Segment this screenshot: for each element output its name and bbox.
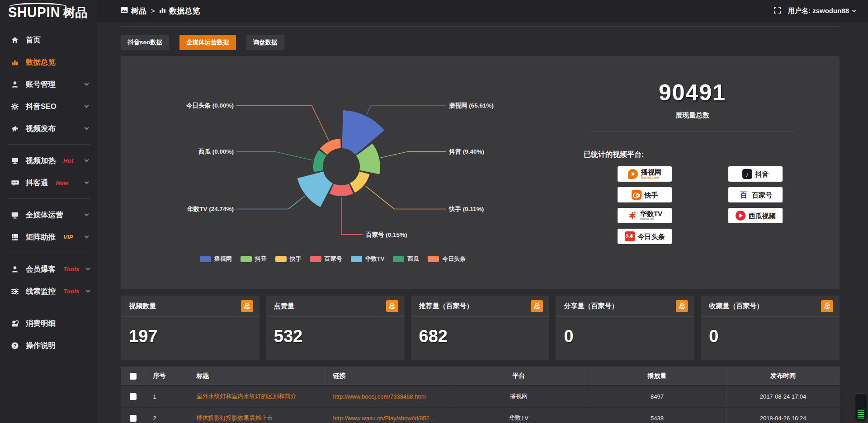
wasu-logo-icon	[627, 211, 637, 221]
sidebar-item-label: 矩阵助推	[26, 232, 56, 242]
tools-badge: Tools	[63, 288, 80, 295]
sidebar-item-doketong[interactable]: 抖客通 New	[0, 172, 97, 194]
tab-douyin-seo-data[interactable]: 抖音seo数据	[121, 35, 169, 50]
stat-value: 197	[121, 317, 259, 346]
pie-label: 今日头条 (0.00%)	[186, 102, 234, 109]
legend-label: 播视网	[214, 255, 232, 263]
chevron-down-icon	[85, 103, 89, 108]
cell-link[interactable]: http://www.wasu.cn/Play/show/id/952...	[326, 407, 450, 423]
breadcrumb-separator: >	[151, 7, 155, 14]
stat-value: 532	[266, 317, 405, 346]
sidebar-item-label: 消费明细	[26, 319, 56, 329]
row-checkbox[interactable]	[130, 393, 137, 400]
platforms-heading: 已统计的视频平台:	[584, 150, 840, 160]
cell-title[interactable]: 室外水纹灯和室内水纹灯的区别和简介	[189, 385, 326, 407]
breadcrumb-root[interactable]: 树品	[121, 6, 146, 16]
sidebar-item-label: 抖音SEO	[26, 102, 57, 112]
stat-card-videos: 视频数量总 197	[121, 296, 259, 360]
sidebar-divider	[7, 307, 90, 307]
user-star-icon	[11, 265, 19, 273]
toutiao-logo-icon: 头条	[625, 231, 635, 241]
pie-slice-2[interactable]	[350, 171, 370, 193]
boosj-logo-icon	[628, 169, 638, 179]
sidebar-item-matrix-boost[interactable]: 矩阵助推 VIP	[0, 226, 97, 248]
platform-chip-kuaishou: 快手	[618, 187, 672, 202]
col-header-time: 发布时间	[726, 367, 840, 385]
sidebar-item-video-publish[interactable]: 视频发布	[0, 118, 97, 140]
sidebar-item-lead-monitor[interactable]: 线索监控 Tools	[0, 280, 97, 302]
sidebar-item-label: 全媒体运营	[26, 210, 63, 220]
chart-legend: 播视网抖音快手百家号华数TV西瓜今日头条	[121, 255, 545, 263]
breadcrumb-current[interactable]: 数据总览	[159, 6, 200, 16]
chat-bubble-icon	[11, 179, 19, 187]
content: 抖音seo数据 全媒体运营数据 询盘数据 播视网 (65.61%)抖音 (9.4…	[97, 22, 868, 423]
sidebar: SHUPIN树品 首页 数据总览 账号管理 抖音SEO	[0, 0, 97, 423]
kuaishou-logo-icon	[632, 190, 642, 200]
floating-widget[interactable]	[855, 393, 867, 421]
vip-badge: VIP	[63, 234, 73, 240]
sidebar-item-home[interactable]: 首页	[0, 29, 97, 51]
brand-logo[interactable]: SHUPIN树品	[0, 0, 97, 29]
chevron-down-icon	[852, 8, 856, 12]
legend-item-3[interactable]: 百家号	[310, 255, 342, 263]
stat-card-recommends: 推荐量（百家号）总 682	[411, 296, 550, 360]
platform-chip-baijiahao: 百 百家号	[728, 187, 783, 202]
tab-inquiry-data[interactable]: 询盘数据	[246, 35, 284, 50]
pie-slice-3[interactable]	[330, 183, 354, 196]
chevron-down-icon	[85, 212, 89, 216]
platforms-block: 已统计的视频平台: 播视网boosj.com 快手	[545, 150, 840, 244]
sidebar-item-douyin-seo[interactable]: 抖音SEO	[0, 95, 97, 118]
legend-label: 百家号	[325, 255, 342, 263]
pie-slice-6[interactable]	[320, 139, 341, 155]
legend-item-4[interactable]: 华数TV	[351, 255, 385, 263]
sidebar-item-label: 抖客通	[26, 178, 48, 188]
select-all-checkbox[interactable]	[130, 373, 137, 380]
stat-value: 0	[701, 317, 840, 346]
legend-swatch	[200, 256, 211, 262]
stat-value: 0	[556, 317, 694, 346]
cell-title[interactable]: 楼体投影灯投影效果震撼上市	[189, 407, 326, 423]
sidebar-item-video-heat[interactable]: 视频加热 Hot	[0, 150, 97, 172]
platform-name: 播视网	[641, 168, 661, 176]
stats-row: 视频数量总 197 点赞量总 532 推荐量（百家号）总 682 分享量（百家号…	[121, 296, 840, 360]
total-badge: 总	[821, 300, 833, 312]
stat-label: 收藏量（百家号）	[709, 302, 763, 310]
sidebar-item-member-leads[interactable]: 会员爆客 Tools	[0, 258, 97, 280]
megaphone-icon	[11, 125, 19, 133]
user-menu[interactable]: 用户名: zswodun88	[788, 7, 855, 15]
platform-name: 百家号	[752, 192, 772, 198]
row-checkbox[interactable]	[130, 415, 137, 422]
legend-item-0[interactable]: 播视网	[200, 255, 232, 263]
pie-slice-5[interactable]	[313, 150, 326, 172]
baijiahao-logo-icon: 百	[739, 190, 749, 200]
mini-bars-icon	[159, 6, 166, 15]
legend-swatch	[275, 256, 287, 262]
sidebar-item-spend-detail[interactable]: 消费明细	[0, 312, 97, 334]
sidebar-item-label: 操作说明	[26, 341, 56, 351]
new-badge: New	[56, 179, 69, 186]
fullscreen-icon[interactable]	[774, 7, 781, 15]
platform-name: 今日头条	[638, 233, 665, 240]
table-row: 1室外水纹灯和室内水纹灯的区别和简介http://www.boosj.com/7…	[121, 385, 840, 407]
douyin-logo-icon: ♪	[742, 169, 752, 179]
legend-item-1[interactable]: 抖音	[241, 255, 267, 263]
summary-divider	[591, 132, 794, 132]
cell-link[interactable]: http://www.boosj.com/7338468.html	[326, 385, 450, 407]
platform-sub: wasu.cn	[640, 217, 662, 221]
sidebar-item-data-overview[interactable]: 数据总览	[0, 51, 97, 73]
sidebar-item-help[interactable]: ? 操作说明	[0, 334, 97, 357]
platform-chip-grid: 播视网boosj.com 快手 华数TVwasu.cn	[618, 166, 840, 244]
legend-swatch	[393, 256, 404, 262]
svg-text:?: ?	[14, 343, 17, 348]
tab-omni-media-data[interactable]: 全媒体运营数据	[179, 35, 236, 50]
sidebar-item-omni-media[interactable]: 全媒体运营	[0, 204, 97, 226]
legend-item-5[interactable]: 西瓜	[393, 255, 419, 263]
bar-chart-icon	[11, 58, 19, 66]
legend-item-6[interactable]: 今日头条	[428, 255, 466, 263]
monitor-heat-icon	[11, 157, 19, 165]
sidebar-item-account-mgmt[interactable]: 账号管理	[0, 73, 97, 95]
sidebar-item-label: 视频发布	[26, 124, 56, 134]
pie-slice-0[interactable]	[342, 110, 384, 155]
legend-item-2[interactable]: 快手	[275, 255, 302, 263]
pie-slice-4[interactable]	[297, 171, 333, 207]
